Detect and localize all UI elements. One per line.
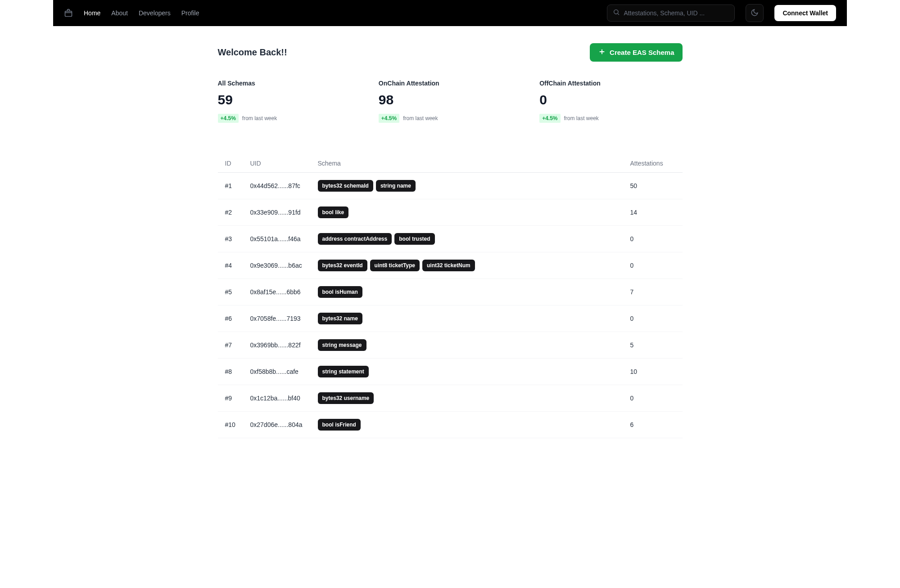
cell-schema: string message xyxy=(318,339,630,351)
schema-tag: string name xyxy=(376,180,416,192)
table-row[interactable]: #7 0x3969bb......822f string message 5 xyxy=(218,332,683,359)
table-row[interactable]: #10 0x27d06e......804a bool isFriend 6 xyxy=(218,412,683,438)
stat-label: OffChain Attestation xyxy=(539,80,682,87)
create-schema-label: Create EAS Schema xyxy=(610,49,674,56)
stat-card: OffChain Attestation 0 +4.5% from last w… xyxy=(539,80,682,123)
th-uid: UID xyxy=(250,160,318,167)
cell-id: #3 xyxy=(225,235,250,242)
cell-attestations: 7 xyxy=(630,288,675,296)
cell-id: #10 xyxy=(225,421,250,428)
topbar: HomeAboutDevelopersProfile Connect Walle… xyxy=(53,0,847,26)
cell-id: #6 xyxy=(225,315,250,322)
stat-subtext: from last week xyxy=(242,115,277,121)
table-row[interactable]: #4 0x9e3069......b6ac bytes32 eventIduin… xyxy=(218,252,683,279)
search-icon xyxy=(613,9,620,18)
cell-uid: 0x9e3069......b6ac xyxy=(250,262,318,269)
cell-attestations: 50 xyxy=(630,182,675,189)
cell-id: #7 xyxy=(225,341,250,349)
schema-tag: string statement xyxy=(318,366,369,377)
cell-uid: 0x8af15e......6bb6 xyxy=(250,288,318,296)
moon-icon xyxy=(751,9,759,18)
page-title: Welcome Back!! xyxy=(218,47,287,58)
stat-change-badge: +4.5% xyxy=(218,114,239,123)
stat-change-badge: +4.5% xyxy=(539,114,560,123)
cell-id: #1 xyxy=(225,182,250,189)
nav-item-profile[interactable]: Profile xyxy=(181,9,199,17)
search-box[interactable] xyxy=(607,4,735,22)
stat-subtext: from last week xyxy=(564,115,599,121)
cell-id: #2 xyxy=(225,209,250,216)
main-nav: HomeAboutDevelopersProfile xyxy=(84,9,199,17)
cell-uid: 0x33e909......91fd xyxy=(250,209,318,216)
stats-row: All Schemas 59 +4.5% from last week OnCh… xyxy=(218,80,683,123)
table-row[interactable]: #8 0xf58b8b......cafe string statement 1… xyxy=(218,359,683,385)
cell-schema: bytes32 schemaIdstring name xyxy=(318,180,630,192)
schema-tag: uint8 ticketType xyxy=(370,260,420,271)
table-row[interactable]: #5 0x8af15e......6bb6 bool isHuman 7 xyxy=(218,279,683,305)
cell-attestations: 0 xyxy=(630,235,675,242)
schema-tag: uint32 ticketNum xyxy=(422,260,475,271)
table-row[interactable]: #2 0x33e909......91fd bool like 14 xyxy=(218,199,683,226)
schema-tag: bytes32 schemaId xyxy=(318,180,373,192)
search-input[interactable] xyxy=(624,9,729,17)
schema-tag: bool isHuman xyxy=(318,286,362,298)
table-row[interactable]: #1 0x44d562......87fc bytes32 schemaIdst… xyxy=(218,173,683,199)
cell-attestations: 0 xyxy=(630,315,675,322)
stat-value: 0 xyxy=(539,92,682,108)
cell-uid: 0x7058fe......7193 xyxy=(250,315,318,322)
stat-label: All Schemas xyxy=(218,80,361,87)
cell-schema: bool isHuman xyxy=(318,286,630,298)
cell-attestations: 14 xyxy=(630,209,675,216)
cell-attestations: 6 xyxy=(630,421,675,428)
schema-tag: bytes32 eventId xyxy=(318,260,367,271)
nav-item-home[interactable]: Home xyxy=(84,9,100,17)
cell-id: #8 xyxy=(225,368,250,375)
svg-point-1 xyxy=(614,10,618,14)
schema-table: ID UID Schema Attestations #1 0x44d562..… xyxy=(218,154,683,438)
th-schema: Schema xyxy=(318,160,630,167)
nav-item-about[interactable]: About xyxy=(111,9,128,17)
stat-card: All Schemas 59 +4.5% from last week xyxy=(218,80,361,123)
connect-wallet-button[interactable]: Connect Wallet xyxy=(774,5,836,21)
nav-item-developers[interactable]: Developers xyxy=(139,9,171,17)
cell-attestations: 0 xyxy=(630,262,675,269)
cell-uid: 0x1c12ba......bf40 xyxy=(250,395,318,402)
schema-tag: bool trusted xyxy=(394,233,434,245)
cell-attestations: 5 xyxy=(630,341,675,349)
cell-uid: 0x3969bb......822f xyxy=(250,341,318,349)
schema-tag: bytes32 name xyxy=(318,313,362,324)
th-id: ID xyxy=(225,160,250,167)
cell-schema: string statement xyxy=(318,366,630,377)
th-attestations: Attestations xyxy=(630,160,675,167)
create-schema-button[interactable]: Create EAS Schema xyxy=(590,43,682,62)
table-row[interactable]: #3 0x55101a......f46a address contractAd… xyxy=(218,226,683,252)
cell-id: #5 xyxy=(225,288,250,296)
stat-subtext: from last week xyxy=(403,115,438,121)
cell-schema: bool like xyxy=(318,206,630,218)
plus-icon xyxy=(598,48,606,57)
cell-attestations: 0 xyxy=(630,395,675,402)
stat-label: OnChain Attestation xyxy=(379,80,521,87)
cell-schema: bool isFriend xyxy=(318,419,630,431)
schema-tag: string message xyxy=(318,339,366,351)
table-row[interactable]: #6 0x7058fe......7193 bytes32 name 0 xyxy=(218,305,683,332)
cell-id: #4 xyxy=(225,262,250,269)
cell-schema: bytes32 name xyxy=(318,313,630,324)
welcome-row: Welcome Back!! Create EAS Schema xyxy=(218,43,683,62)
cell-attestations: 10 xyxy=(630,368,675,375)
cell-uid: 0xf58b8b......cafe xyxy=(250,368,318,375)
cell-uid: 0x55101a......f46a xyxy=(250,235,318,242)
stat-card: OnChain Attestation 98 +4.5% from last w… xyxy=(379,80,521,123)
schema-tag: address contractAddress xyxy=(318,233,392,245)
cell-schema: bytes32 eventIduint8 ticketTypeuint32 ti… xyxy=(318,260,630,271)
theme-toggle-button[interactable] xyxy=(746,4,764,22)
stat-value: 59 xyxy=(218,92,361,108)
logo-icon xyxy=(64,9,73,18)
cell-schema: bytes32 username xyxy=(318,392,630,404)
svg-rect-0 xyxy=(65,11,72,17)
table-row[interactable]: #9 0x1c12ba......bf40 bytes32 username 0 xyxy=(218,385,683,412)
schema-tag: bool isFriend xyxy=(318,419,361,431)
stat-change-badge: +4.5% xyxy=(379,114,399,123)
stat-value: 98 xyxy=(379,92,521,108)
cell-id: #9 xyxy=(225,395,250,402)
